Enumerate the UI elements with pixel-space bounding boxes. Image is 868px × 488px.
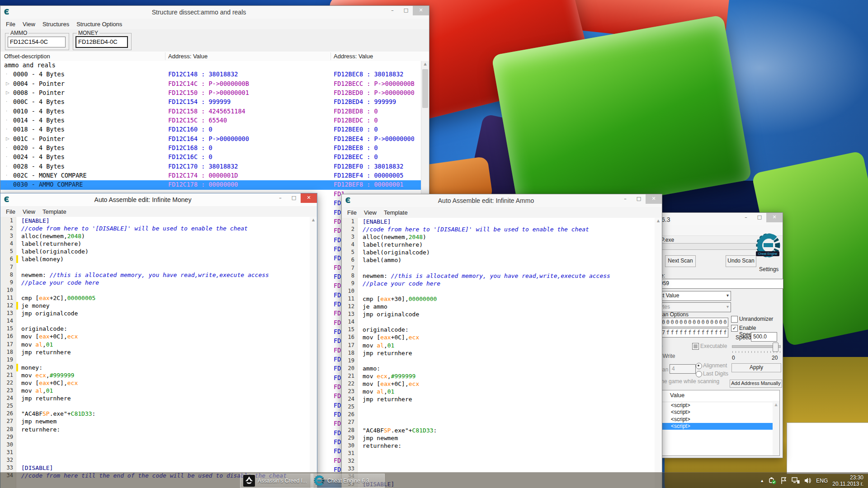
scroll-up-icon[interactable]: ▲ xyxy=(310,218,317,222)
column-offset-description[interactable]: Offset-description xyxy=(4,53,50,60)
scan-value-input[interactable]: 959 xyxy=(658,279,783,289)
menu-item-structures[interactable]: Structures xyxy=(39,19,73,29)
scroll-up-icon[interactable]: ▲ xyxy=(773,403,779,407)
code-text: [ENABLE] xyxy=(363,218,391,225)
value-type-dropdown[interactable]: ytes ▾ xyxy=(658,302,731,312)
show-hidden-icons-button[interactable]: ▲ xyxy=(760,479,764,483)
code-text: mov al,01 xyxy=(363,342,394,349)
ammo-code-editor[interactable]: 1[ENABLE]2//code from here to '[DISABLE]… xyxy=(342,218,662,488)
speedhack-checkbox[interactable]: ✓ xyxy=(731,325,738,332)
alignment-radio[interactable] xyxy=(696,363,702,369)
editor-vertical-scrollbar[interactable]: ▲ xyxy=(310,217,317,488)
structure-row-0028[interactable]: ·0028 - 4 BytesFD12C170 : 38018832FD12BE… xyxy=(0,162,429,171)
address-list-scrollbar[interactable]: ▲ xyxy=(773,401,779,455)
menu-item-view[interactable]: View xyxy=(360,208,380,217)
line-marker xyxy=(16,248,18,255)
scan-type-dropdown[interactable]: ct Value ▾ xyxy=(658,291,731,301)
settings-link[interactable]: Settings xyxy=(759,266,778,272)
ammo-title-bar[interactable]: Є Auto Assemble edit: Infinite Ammo – □ … xyxy=(342,194,662,207)
structure-row-0020[interactable]: ·0020 - 4 BytesFD12C168 : 0FD12BEE8 : 0 xyxy=(0,144,429,153)
menu-item-view[interactable]: View xyxy=(19,19,39,29)
structure-row-0018[interactable]: ·0018 - 4 BytesFD12C160 : 0FD12BEE0 : 0 xyxy=(0,125,429,134)
menu-item-view[interactable]: View xyxy=(19,207,39,216)
structure-row-001c[interactable]: ▷001C - PointerFD12C164 : P->00000000FD1… xyxy=(0,135,429,144)
expand-arrow-icon[interactable]: ▷ xyxy=(6,136,9,141)
structure-root-node[interactable]: ammo and reals xyxy=(0,61,429,70)
close-button[interactable]: ✕ xyxy=(301,193,317,203)
taskbar-button-cheat-engine[interactable]: Cheat Engine 6.3 xyxy=(311,474,385,488)
menu-item-structure-options[interactable]: Structure Options xyxy=(73,19,126,29)
money-title-bar[interactable]: Є Auto Assemble edit: Infinite Money – □… xyxy=(0,193,317,206)
scroll-up-icon[interactable]: ▲ xyxy=(421,62,429,66)
language-indicator[interactable]: ENG xyxy=(816,478,828,484)
apply-speed-button[interactable]: Apply xyxy=(731,363,781,372)
ce-title-bar[interactable]: 6.3 – □ ✕ xyxy=(659,213,783,226)
minimize-button[interactable]: – xyxy=(274,193,287,203)
structure-title-bar[interactable]: Є Structure dissect:ammo and reals – □ ✕ xyxy=(0,6,429,19)
close-button[interactable]: ✕ xyxy=(766,213,783,222)
address-list-row-1[interactable]: <script> xyxy=(662,409,779,416)
action-center-flag-icon[interactable] xyxy=(781,477,787,484)
structure-row-0024[interactable]: ·0024 - 4 BytesFD12C16C : 0FD12BEEC : 0 xyxy=(0,153,429,162)
unrandomizer-checkbox[interactable] xyxy=(731,316,738,323)
minimize-button[interactable]: – xyxy=(618,194,632,204)
structure-row-0008[interactable]: ▷0008 - PointerFD12C150 : P->00000001FD1… xyxy=(0,89,429,98)
cheat-engine-icon: Є xyxy=(4,196,9,204)
money-code-editor[interactable]: 1[ENABLE]2//code from here to '[DISABLE]… xyxy=(0,217,317,488)
scrollbar-thumb[interactable] xyxy=(422,69,428,108)
undo-scan-button[interactable]: Undo Scan xyxy=(726,255,756,267)
volume-icon[interactable] xyxy=(804,477,811,484)
code-line-3: 3alloc(newmem,2048) xyxy=(342,233,662,241)
scan-start-address-input[interactable]: 0000000000000000 xyxy=(660,318,728,327)
menu-item-template[interactable]: Template xyxy=(380,208,411,217)
address-list-row-0[interactable]: <script> xyxy=(662,402,779,409)
line-number: 17 xyxy=(0,341,13,347)
structure-row-002c[interactable]: ·002C - MONEY COMPAREFD12C174 : 0000001D… xyxy=(0,171,429,180)
address-list[interactable]: Value <script><script><script><script> ▲ xyxy=(661,390,780,456)
maximize-button[interactable]: □ xyxy=(287,193,301,203)
money-address-input[interactable]: FD12BED4-0C xyxy=(75,36,128,48)
minimize-button[interactable]: – xyxy=(739,213,753,222)
menu-item-file[interactable]: File xyxy=(2,19,19,29)
structure-row-000c[interactable]: ·000C - 4 BytesFD12C154 : 999999FD12BED4… xyxy=(0,98,429,107)
column-address-value-2[interactable]: Address: Value xyxy=(334,53,373,60)
minimize-button[interactable]: – xyxy=(386,6,399,15)
code-line-7: 7 xyxy=(342,264,662,272)
executable-checkbox[interactable] xyxy=(692,343,699,350)
maximize-button[interactable]: □ xyxy=(399,6,413,15)
close-button[interactable]: ✕ xyxy=(413,6,429,15)
menu-item-file[interactable]: File xyxy=(344,208,360,217)
usb-device-icon[interactable] xyxy=(769,477,776,484)
structure-row-0000[interactable]: ·0000 - 4 BytesFD12C148 : 38018832FD12BE… xyxy=(0,70,429,79)
editor-vertical-scrollbar[interactable]: ▲ xyxy=(655,218,662,488)
maximize-button[interactable]: □ xyxy=(753,213,766,222)
structure-row-0010[interactable]: ·0010 - 4 BytesFD12C158 : 4245651184FD12… xyxy=(0,107,429,116)
address-value-2: FD12BEF0 : 38018832 xyxy=(334,163,414,170)
last-digits-radio[interactable] xyxy=(696,371,702,377)
structure-row-0030[interactable]: ·0030 - AMMO COMPAREFD12C178 : 00000000F… xyxy=(0,180,429,189)
menu-item-template[interactable]: Template xyxy=(39,207,70,216)
expand-arrow-icon[interactable]: ▷ xyxy=(6,90,9,95)
network-icon[interactable] xyxy=(792,477,800,484)
next-scan-button[interactable]: Next Scan xyxy=(665,255,696,267)
column-address-value-1[interactable]: Address: Value xyxy=(168,53,208,60)
ammo-address-input[interactable]: FD12C154-0C xyxy=(8,37,66,47)
menu-item-file[interactable]: File xyxy=(2,207,19,216)
speed-slider-thumb[interactable] xyxy=(773,343,778,352)
add-address-manually-button[interactable]: Add Address Manually xyxy=(730,380,782,388)
close-button[interactable]: ✕ xyxy=(646,194,662,204)
scroll-up-icon[interactable]: ▲ xyxy=(655,219,662,223)
address-list-row-2[interactable]: <script> xyxy=(662,416,779,423)
maximize-button[interactable]: □ xyxy=(632,194,646,204)
taskbar-clock[interactable]: 23:30 20.11.2013 г. xyxy=(832,474,863,487)
address-list-row-3[interactable]: <script> xyxy=(662,423,779,430)
scan-stop-address-input[interactable]: 7fffffffffffffff xyxy=(660,328,728,338)
fast-scan-alignment-input[interactable]: 4 xyxy=(670,364,696,374)
address-list-header-value[interactable]: Value xyxy=(662,390,779,402)
speed-input[interactable]: 500.0 xyxy=(751,332,777,342)
structure-row-0004[interactable]: ▷0004 - PointerFD12C14C : P->0000000BFD1… xyxy=(0,80,429,89)
expand-arrow-icon[interactable]: ▷ xyxy=(6,81,9,86)
structure-row-0014[interactable]: ·0014 - 4 BytesFD12C15C : 65540FD12BEDC … xyxy=(0,116,429,125)
taskbar-button-assassins-creed[interactable]: Assassin's Creed I... xyxy=(240,474,313,488)
line-number: 3 xyxy=(0,233,13,239)
